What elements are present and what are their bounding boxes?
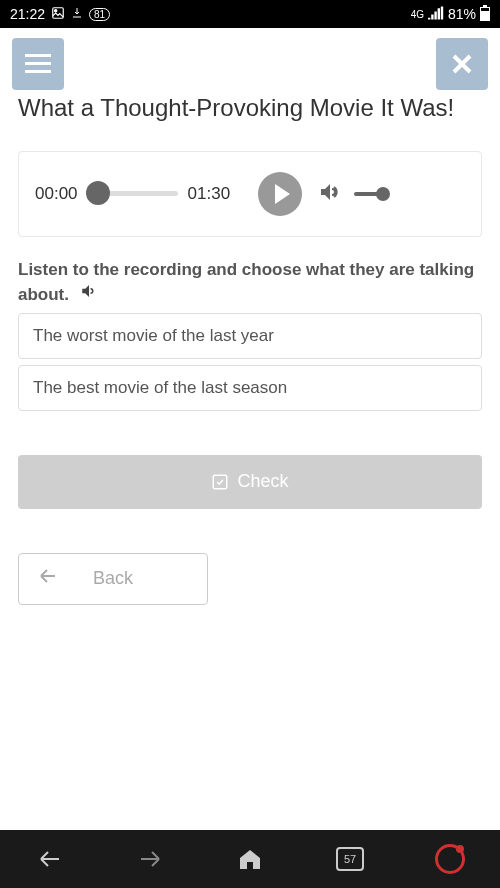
close-button[interactable] (436, 38, 488, 90)
svg-rect-8 (214, 475, 228, 489)
check-icon (211, 473, 229, 491)
check-label: Check (237, 471, 288, 492)
nav-back-button[interactable] (30, 839, 70, 879)
hamburger-icon (25, 54, 51, 74)
seek-thumb[interactable] (86, 181, 110, 205)
battery-icon (480, 5, 490, 24)
audio-current-time: 00:00 (35, 184, 78, 204)
nav-home-button[interactable] (230, 839, 270, 879)
notification-dot (456, 845, 464, 853)
arrow-left-icon (39, 568, 57, 589)
image-icon (51, 6, 65, 23)
answer-option[interactable]: The worst movie of the last year (18, 313, 482, 359)
arrow-right-icon (139, 849, 161, 869)
play-icon (275, 184, 290, 204)
tab-count: 57 (344, 853, 356, 865)
battery-pct: 81% (448, 6, 476, 22)
svg-rect-7 (25, 70, 51, 73)
volume-thumb[interactable] (376, 187, 390, 201)
volume-slider[interactable] (354, 192, 384, 196)
download-count-badge: 81 (89, 8, 110, 21)
question-instruction: Listen to the recording and choose what … (18, 259, 482, 307)
opera-icon (435, 844, 465, 874)
back-label: Back (93, 568, 133, 589)
close-icon (451, 53, 473, 75)
menu-button[interactable] (12, 38, 64, 90)
arrow-left-icon (39, 849, 61, 869)
audio-player: 00:00 01:30 (18, 151, 482, 237)
answer-option[interactable]: The best movie of the last season (18, 365, 482, 411)
download-icon (71, 6, 83, 23)
nav-tabs-button[interactable]: 57 (330, 839, 370, 879)
svg-rect-2 (483, 5, 487, 7)
app-header (0, 28, 500, 90)
check-button[interactable]: Check (18, 455, 482, 509)
svg-rect-4 (481, 8, 489, 11)
speaker-icon[interactable] (80, 282, 98, 307)
android-status-bar: 21:22 81 4G 81% (0, 0, 500, 28)
svg-point-1 (55, 9, 57, 11)
signal-icon (428, 6, 444, 23)
browser-nav-bar: 57 (0, 830, 500, 888)
page-title: What a Thought-Provoking Movie It Was! (18, 94, 482, 123)
volume-icon[interactable] (318, 180, 342, 208)
nav-opera-button[interactable] (430, 839, 470, 879)
audio-total-time: 01:30 (188, 184, 231, 204)
play-button[interactable] (258, 172, 302, 216)
svg-rect-5 (25, 54, 51, 57)
main-content: What a Thought-Provoking Movie It Was! 0… (0, 90, 500, 830)
network-type: 4G (411, 9, 424, 20)
audio-seek-slider[interactable] (88, 191, 178, 196)
svg-rect-6 (25, 62, 51, 65)
tabs-icon: 57 (336, 847, 364, 871)
home-icon (238, 848, 262, 870)
svg-rect-0 (53, 7, 64, 18)
nav-forward-button[interactable] (130, 839, 170, 879)
back-button[interactable]: Back (18, 553, 208, 605)
status-time: 21:22 (10, 6, 45, 22)
